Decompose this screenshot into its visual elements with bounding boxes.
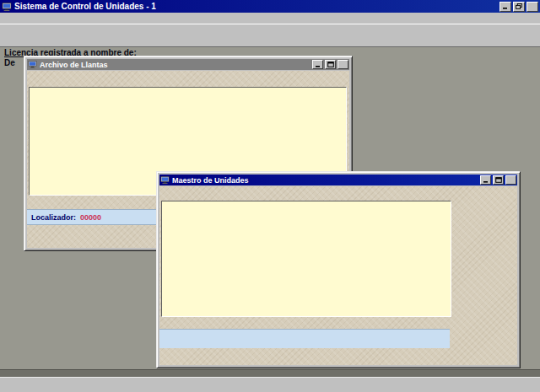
unidades-bottom-strip [159, 348, 517, 367]
unidades-minimize-button[interactable] [480, 175, 491, 185]
localizador-value[interactable]: 00000 [80, 213, 101, 222]
unidades-window-title: Maestro de Unidades [172, 176, 480, 185]
llantas-close-button[interactable] [338, 60, 348, 69]
window-controls [500, 2, 538, 12]
unidades-action-strip [159, 329, 450, 348]
llantas-titlebar[interactable]: Archivo de Llantas [27, 59, 349, 70]
desktop-bottom-edge [0, 369, 540, 377]
close-button[interactable] [526, 2, 538, 12]
window-maestro-unidades: Maestro de Unidades [156, 171, 521, 368]
app-icon [2, 2, 12, 12]
llantas-maximize-button[interactable] [325, 60, 336, 69]
minimize-button[interactable] [500, 2, 511, 12]
unidades-titlebar[interactable]: Maestro de Unidades [159, 175, 517, 185]
menu-bar [0, 13, 540, 24]
llantas-window-icon [28, 60, 37, 69]
unidades-window-icon [160, 175, 170, 185]
unidades-close-button[interactable] [505, 175, 516, 185]
status-bar [0, 377, 540, 392]
window-title: Sistema de Control de Unidades - 1 [14, 2, 500, 11]
llantas-minimize-button[interactable] [312, 60, 323, 69]
unidades-maximize-button[interactable] [493, 175, 504, 185]
unidades-grid [161, 201, 451, 317]
localizador-label: Localizador: [31, 213, 76, 222]
main-titlebar: Sistema de Control de Unidades - 1 [0, 0, 540, 13]
llantas-window-title: Archivo de Llantas [40, 61, 312, 69]
mdi-desktop: Licencia registrada a nombre de: De Arch… [0, 47, 540, 377]
restore-button[interactable] [513, 2, 525, 12]
unidades-window-body [159, 186, 517, 365]
toolbar [0, 24, 540, 47]
app-window: Sistema de Control de Unidades - 1 Licen… [0, 0, 540, 392]
